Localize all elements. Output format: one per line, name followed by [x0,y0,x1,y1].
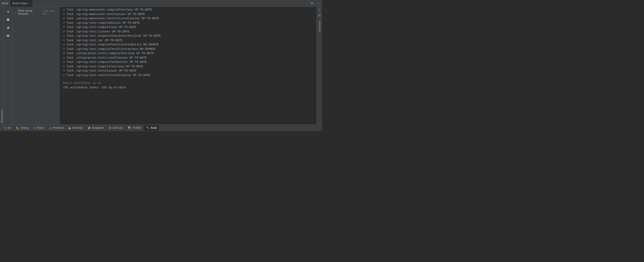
tab-label: Build Output [12,2,27,5]
toolbar-item-services[interactable]: ⚙Services [107,125,125,130]
pin-button[interactable] [5,24,11,31]
todo-label: TODO [36,126,44,130]
console-line: > Task :spring-websocket:compileTestJava… [60,8,317,12]
build-icon: 🔨 [146,126,150,130]
bottom-toolbar: ⌥Git🐛Debug≡TODO⚠Problems▶Terminal⚡Endpoi… [0,124,322,131]
console-line: > Task :spring-test:inspectClassesForKot… [60,34,317,38]
bookmarks-panel: Bookmarks [0,7,4,124]
settings-button[interactable]: ⚙ [310,1,314,6]
tab-close-icon[interactable]: × [28,2,30,5]
build-name: Build spring-framewo [18,9,42,16]
top-bar-right: ⚙ − [310,1,320,6]
success-icon: ✓ [14,11,17,14]
build-tree-item[interactable]: ✓ Build spring-framewo 3 sec, 584 ms [12,8,59,16]
problems-icon: ⚠ [49,126,52,130]
minimize-button[interactable]: − [316,1,320,6]
console-line: > Task :spring-test:classes UP-TO-DATE [60,30,317,34]
terminal-icon: ▶ [69,126,71,130]
console-line: > Task :spring-websocket:testFixturesCla… [60,16,317,21]
svg-rect-1 [7,18,9,21]
build-output-tab[interactable]: Build Output × [10,0,32,7]
toolbar-item-endpoints[interactable]: ⚡Endpoints [85,125,106,130]
right-sidebar: ≡ ⊞ Structure [317,7,322,124]
console-line: > Task :spring-test:compileTestJava UP-T… [60,64,317,69]
debug-label: Debug [20,126,28,130]
top-bar: Build: Build Output × ⚙ − [0,0,322,7]
top-bar-left: Build: Build Output × [2,0,32,7]
console-line: > Task :spring-test:compileTestFixturesJ… [60,47,317,52]
endpoints-label: Endpoints [92,126,104,130]
toolbar-item-terminal[interactable]: ▶Terminal [67,125,84,130]
build-success-line: BUILD SUCCESSFUL in 3s [60,81,317,86]
console-line: > Task :spring-test:testClasses UP-TO-DA… [60,69,317,73]
profiler-icon: 🔍 [128,126,132,130]
services-icon: ⚙ [109,126,112,130]
console-line: > Task :integration-tests:testClasses UP… [60,56,317,60]
left-sidebar [4,7,12,124]
stop-button[interactable] [5,16,11,23]
eye-button[interactable] [5,33,11,39]
build-label: Build [151,126,157,130]
console-empty-line [60,77,317,81]
git-icon: ⌥ [3,126,6,130]
console-line: > Task :integration-tests:compileTestJav… [60,51,317,56]
toolbar-item-todo[interactable]: ≡TODO [31,125,46,130]
profiler-label: Profiler [132,126,141,130]
git-label: Git [8,126,11,130]
problems-label: Problems [53,126,64,130]
build-tasks-line: 155 actionable tasks: 155 up-to-date [60,86,317,90]
toolbar-item-profiler[interactable]: 🔍Profiler [126,125,143,130]
structure-label[interactable]: Structure [318,21,321,32]
todo-icon: ≡ [34,126,35,130]
endpoints-icon: ⚡ [88,126,91,130]
console-line: > Task :spring-test:compileJava UP-TO-DA… [60,25,317,30]
toolbar-item-problems[interactable]: ⚠Problems [47,125,66,130]
terminal-label: Terminal [72,126,82,130]
back-button[interactable] [5,8,11,15]
toolbar-item-debug[interactable]: 🐛Debug [14,125,31,130]
main-container: Bookmarks ✓ Build spri [0,7,322,124]
build-tree-panel: ✓ Build spring-framewo 3 sec, 584 ms [12,7,60,124]
console-line: > Task :spring-test:compileTestKotlin UP… [60,60,317,64]
svg-point-3 [8,35,8,36]
svg-marker-0 [7,10,8,13]
services-label: Services [113,126,123,130]
console-line: > Task :spring-test:jar UP-TO-DATE [60,38,317,43]
filter-icon[interactable]: ≡ [318,8,321,12]
layout-icon[interactable]: ⊞ [318,13,321,18]
bookmarks-label[interactable]: Bookmarks [0,109,3,123]
console-line: > Task :spring-test:testFixturesClasses … [60,73,317,78]
console-area: > Task :spring-websocket:compileTestJava… [60,7,317,124]
build-time: 3 sec, 584 ms [43,10,58,15]
toolbar-item-git[interactable]: ⌥Git [1,125,13,130]
build-label: Build: [2,2,8,5]
console-line: > Task :spring-test:compileTestFixturesK… [60,42,317,47]
debug-icon: 🐛 [16,126,20,130]
console-line: > Task :spring-websocket:testClasses UP-… [60,12,317,16]
console-line: > Task :spring-test:compileKotlin UP-TO-… [60,21,317,25]
toolbar-item-build[interactable]: 🔨Build [144,125,159,130]
